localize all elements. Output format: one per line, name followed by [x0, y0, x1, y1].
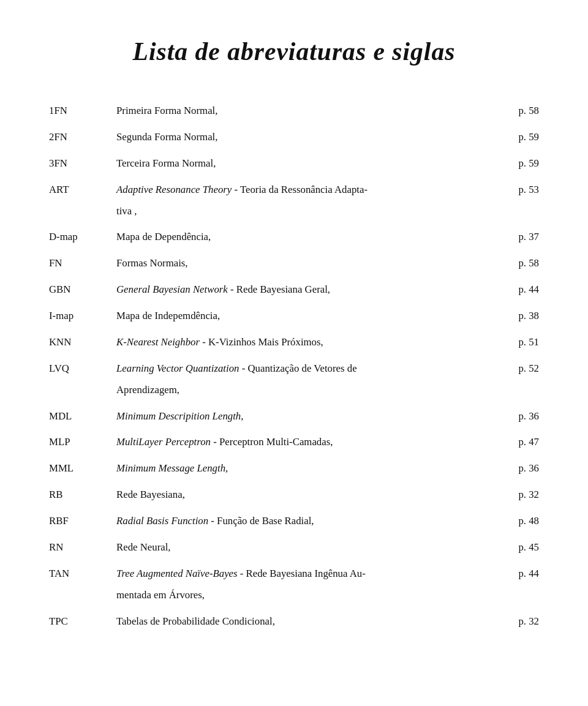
abbr-value: K-Nearest Neighbor - K-Vizinhos Mais Pró…: [116, 334, 502, 351]
list-item: MMLMinimum Message Length,p. 36: [49, 460, 539, 477]
abbr-key: FN: [49, 255, 116, 272]
abbr-key: 2FN: [49, 129, 116, 146]
abbr-page: p. 53: [502, 182, 539, 198]
abbr-page: p. 58: [502, 255, 539, 272]
abbr-page: p. 58: [502, 103, 539, 119]
list-item: MDLMinimum Descripition Length,p. 36: [49, 408, 539, 425]
list-item-continuation: Aprendizagem,: [49, 382, 539, 399]
abbr-key: RN: [49, 539, 116, 556]
list-item: 2FNSegunda Forma Normal,p. 59: [49, 129, 539, 146]
abbr-key: RBF: [49, 513, 116, 530]
abbr-page: p. 44: [502, 566, 539, 582]
abbr-page: p. 36: [502, 460, 539, 477]
abbr-value: Radial Basis Function - Função de Base R…: [116, 513, 502, 530]
abbr-key: MLP: [49, 434, 116, 451]
abbr-value: Mapa de Dependência,: [116, 229, 502, 246]
abbr-page: p. 47: [502, 434, 539, 451]
abbr-value: Minimum Message Length,: [116, 460, 502, 477]
abbr-page: p. 32: [502, 487, 539, 503]
list-item: GBNGeneral Bayesian Network - Rede Bayes…: [49, 282, 539, 298]
abbr-page: p. 59: [502, 129, 539, 146]
list-item-continuation: mentada em Árvores,: [49, 587, 539, 604]
abbr-value: Formas Normais,: [116, 255, 502, 272]
abbr-page: p. 59: [502, 156, 539, 172]
abbr-key: LVQ: [49, 361, 116, 377]
abbr-continuation-value: Aprendizagem,: [116, 382, 502, 399]
abbr-value: Minimum Descripition Length,: [116, 408, 502, 425]
abbreviation-list: 1FNPrimeira Forma Normal,p. 582FNSegunda…: [49, 103, 539, 629]
list-item: 3FNTerceira Forma Normal,p. 59: [49, 156, 539, 172]
list-item: TPCTabelas de Probabilidade Condicional,…: [49, 614, 539, 630]
list-item: RBRede Bayesiana,p. 32: [49, 487, 539, 503]
abbr-value: Learning Vector Quantization - Quantizaç…: [116, 361, 502, 377]
abbr-continuation-value: tiva ,: [116, 203, 502, 220]
list-item: LVQLearning Vector Quantization - Quanti…: [49, 361, 539, 377]
abbr-value: General Bayesian Network - Rede Bayesian…: [116, 282, 502, 298]
abbr-key: RB: [49, 487, 116, 503]
list-item: D-mapMapa de Dependência,p. 37: [49, 229, 539, 246]
abbr-value: MultiLayer Perceptron - Perceptron Multi…: [116, 434, 502, 451]
abbr-key: MDL: [49, 408, 116, 425]
list-item-continuation: tiva ,: [49, 203, 539, 220]
list-item: ARTAdaptive Resonance Theory - Teoria da…: [49, 182, 539, 198]
abbr-page: p. 36: [502, 408, 539, 425]
abbr-page: p. 38: [502, 308, 539, 325]
abbr-key: D-map: [49, 229, 116, 246]
abbr-page: p. 52: [502, 361, 539, 377]
abbr-page: p. 51: [502, 334, 539, 351]
abbr-value: Primeira Forma Normal,: [116, 103, 502, 119]
abbr-key: GBN: [49, 282, 116, 298]
abbr-value: Tabelas de Probabilidade Condicional,: [116, 614, 502, 630]
abbr-value: Rede Bayesiana,: [116, 487, 502, 503]
abbr-page: p. 44: [502, 282, 539, 298]
abbr-key: TAN: [49, 566, 116, 582]
list-item: TANTree Augmented Naïve-Bayes - Rede Bay…: [49, 566, 539, 582]
abbr-value: Adaptive Resonance Theory - Teoria da Re…: [116, 182, 502, 198]
abbr-key: I-map: [49, 308, 116, 325]
abbr-page: p. 32: [502, 614, 539, 630]
abbr-key: ART: [49, 182, 116, 198]
abbr-page: p. 45: [502, 539, 539, 556]
abbr-continuation-value: mentada em Árvores,: [116, 587, 502, 604]
list-item: 1FNPrimeira Forma Normal,p. 58: [49, 103, 539, 119]
abbr-key: 1FN: [49, 103, 116, 119]
list-item: I-mapMapa de Indepemdência,p. 38: [49, 308, 539, 325]
list-item: RNRede Neural,p. 45: [49, 539, 539, 556]
abbr-key: 3FN: [49, 156, 116, 172]
abbr-page: p. 48: [502, 513, 539, 530]
abbr-key: MML: [49, 460, 116, 477]
list-item: MLPMultiLayer Perceptron - Perceptron Mu…: [49, 434, 539, 451]
abbr-value: Terceira Forma Normal,: [116, 156, 502, 172]
abbr-page: p. 37: [502, 229, 539, 246]
abbr-value: Segunda Forma Normal,: [116, 129, 502, 146]
abbr-key: KNN: [49, 334, 116, 351]
abbr-value: Mapa de Indepemdência,: [116, 308, 502, 325]
list-item: FNFormas Normais,p. 58: [49, 255, 539, 272]
list-item: RBFRadial Basis Function - Função de Bas…: [49, 513, 539, 530]
page-title: Lista de abreviaturas e siglas: [49, 37, 539, 66]
list-item: KNNK-Nearest Neighbor - K-Vizinhos Mais …: [49, 334, 539, 351]
abbr-key: TPC: [49, 614, 116, 630]
abbr-value: Rede Neural,: [116, 539, 502, 556]
abbr-value: Tree Augmented Naïve-Bayes - Rede Bayesi…: [116, 566, 502, 582]
